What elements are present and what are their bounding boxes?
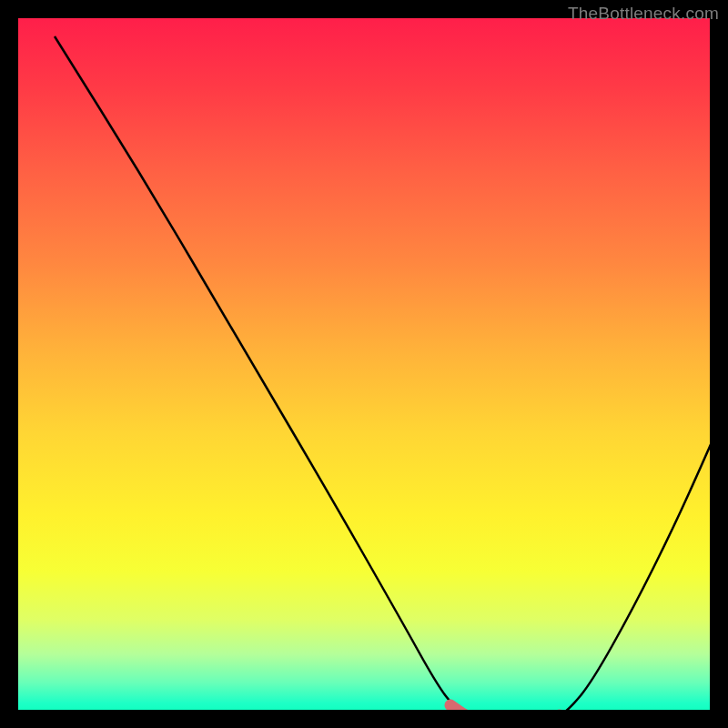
plot-area [18,18,710,710]
chart-canvas: TheBottleneck.com [0,0,728,728]
highlight-segment [450,705,560,710]
watermark-text: TheBottleneck.com [568,4,719,24]
curve-line [55,36,710,710]
chart-overlay [36,36,710,710]
